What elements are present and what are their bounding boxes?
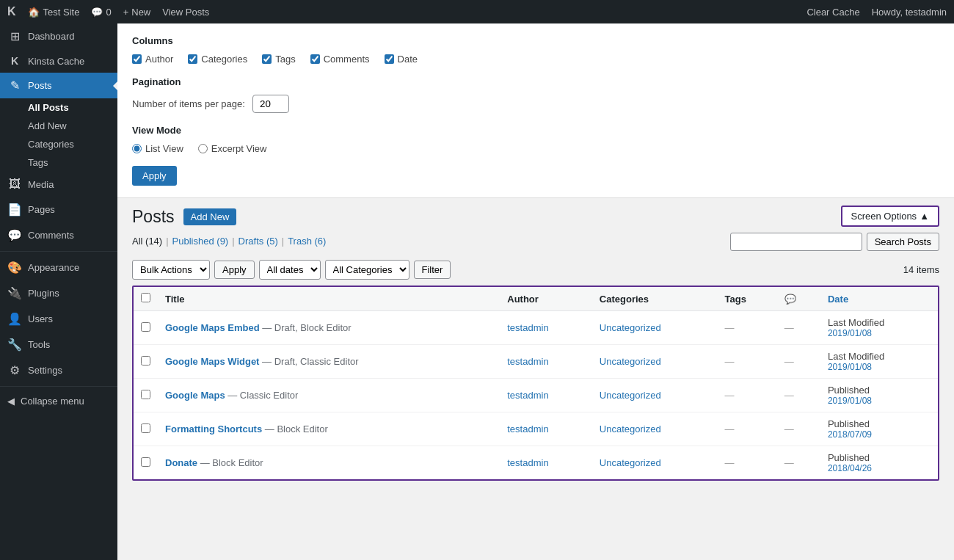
search-posts-input[interactable] [730,233,862,251]
row-category-cell: Uncategorized [592,345,718,379]
date-value[interactable]: 2019/01/08 [828,396,931,406]
per-page-input[interactable] [252,95,289,113]
categories-checkbox-input[interactable] [188,54,197,64]
sidebar: ⊞ Dashboard K Kinsta Cache ✎ Posts All P… [0,23,117,560]
row-checkbox-cell [134,379,158,412]
sidebar-item-label: Dashboard [28,31,75,42]
view-posts-link[interactable]: View Posts [162,7,209,18]
col-author-checkbox[interactable]: Author [132,54,173,65]
row-checkbox[interactable] [141,322,150,332]
filter-button[interactable]: Filter [414,261,451,279]
category-link[interactable]: Uncategorized [600,356,661,367]
sidebar-item-comments[interactable]: 💬 Comments [0,222,117,248]
view-mode-radios: List View Excerpt View [132,143,939,154]
select-all-checkbox[interactable] [141,293,150,302]
sidebar-submenu-tags[interactable]: Tags [0,153,117,172]
bulk-actions-select[interactable]: Bulk Actions [132,260,210,280]
row-tags-cell: — [718,345,777,379]
date-value[interactable]: 2019/01/08 [828,328,931,338]
row-checkbox[interactable] [141,457,150,467]
site-name[interactable]: 🏠 Test Site [28,7,80,18]
category-link[interactable]: Uncategorized [600,390,661,401]
post-title-link[interactable]: Google Maps Embed [165,322,260,333]
sidebar-submenu-add-new[interactable]: Add New [0,117,117,135]
th-date[interactable]: Date [820,287,938,311]
tags-checkbox-input[interactable] [262,54,272,64]
date-value[interactable]: 2018/04/26 [828,463,931,473]
author-link[interactable]: testadmin [507,322,548,333]
date-label: Published [828,418,870,429]
collapse-label: Collapse menu [21,396,84,407]
filter-all[interactable]: All (14) [132,236,162,247]
add-new-button[interactable]: Add New [183,208,237,225]
th-author: Author [500,287,592,311]
excerpt-view-radio[interactable]: Excerpt View [198,143,267,154]
search-posts-button[interactable]: Search Posts [867,233,939,251]
sidebar-item-label: Kinsta Cache [28,56,84,67]
collapse-menu[interactable]: ◀ Collapse menu [0,390,117,412]
categories-filter-select[interactable]: All Categories [325,260,409,280]
col-categories-checkbox[interactable]: Categories [188,54,247,65]
screen-options-button[interactable]: Screen Options ▲ [841,206,939,227]
col-comments-checkbox[interactable]: Comments [310,54,370,65]
sidebar-item-settings[interactable]: ⚙ Settings [0,357,117,383]
sidebar-submenu-all-posts[interactable]: All Posts [0,98,117,117]
sidebar-item-media[interactable]: 🖼 Media [0,172,117,197]
filter-published[interactable]: Published (9) [172,236,229,247]
sidebar-divider [0,251,117,252]
post-title-link[interactable]: Formatting Shortcuts [165,423,262,434]
author-checkbox-input[interactable] [132,54,142,64]
sidebar-item-users[interactable]: 👤 Users [0,306,117,332]
list-view-radio[interactable]: List View [132,143,183,154]
media-icon: 🖼 [7,178,22,191]
post-title-link[interactable]: Google Maps [165,390,225,401]
per-page-row: Number of items per page: [132,95,939,113]
bulk-apply-button[interactable]: Apply [214,261,255,279]
date-value[interactable]: 2019/01/08 [828,362,931,372]
sidebar-item-appearance[interactable]: 🎨 Appearance [0,255,117,280]
new-menu[interactable]: + New [123,7,151,18]
page-title: Posts [132,207,175,227]
screen-options-apply-button[interactable]: Apply [132,166,177,186]
category-link[interactable]: Uncategorized [600,322,661,333]
sidebar-divider-2 [0,386,117,387]
post-title-link[interactable]: Google Maps Widget [165,356,259,367]
posts-icon: ✎ [7,79,22,92]
date-checkbox-input[interactable] [385,54,394,64]
comments-checkbox-input[interactable] [310,54,320,64]
columns-checkboxes: Author Categories Tags Comments Date [132,54,939,65]
sidebar-item-plugins[interactable]: 🔌 Plugins [0,280,117,306]
filter-trash[interactable]: Trash (6) [288,236,326,247]
comments-link[interactable]: 💬 0 [91,7,111,18]
clear-cache-link[interactable]: Clear Cache [806,7,859,18]
author-link[interactable]: testadmin [507,423,548,434]
row-checkbox[interactable] [141,423,150,433]
row-checkbox[interactable] [141,390,150,399]
sidebar-item-pages[interactable]: 📄 Pages [0,197,117,222]
excerpt-view-input[interactable] [198,144,208,153]
row-checkbox[interactable] [141,356,150,366]
author-link[interactable]: testadmin [507,356,548,367]
dates-filter-select[interactable]: All dates [259,260,321,280]
sidebar-item-dashboard[interactable]: ⊞ Dashboard [0,23,117,49]
filter-drafts[interactable]: Drafts (5) [238,236,278,247]
sidebar-item-label: Users [28,313,53,324]
plus-icon: + [123,7,129,18]
dashboard-icon: ⊞ [7,29,22,43]
row-date-cell: Published 2019/01/08 [820,379,938,412]
list-view-input[interactable] [132,144,142,153]
row-title-cell: Donate — Block Editor [158,446,500,480]
sidebar-item-kinsta-cache[interactable]: K Kinsta Cache [0,49,117,73]
sidebar-item-posts[interactable]: ✎ Posts [0,73,117,98]
sidebar-item-tools[interactable]: 🔧 Tools [0,332,117,357]
category-link[interactable]: Uncategorized [600,457,661,468]
category-link[interactable]: Uncategorized [600,423,661,434]
date-value[interactable]: 2018/07/09 [828,429,931,440]
sidebar-item-label: Plugins [28,288,59,299]
col-tags-checkbox[interactable]: Tags [262,54,295,65]
author-link[interactable]: testadmin [507,390,548,401]
col-date-checkbox[interactable]: Date [385,54,418,65]
sidebar-submenu-categories[interactable]: Categories [0,135,117,153]
post-title-link[interactable]: Donate [165,457,197,468]
author-link[interactable]: testadmin [507,457,548,468]
